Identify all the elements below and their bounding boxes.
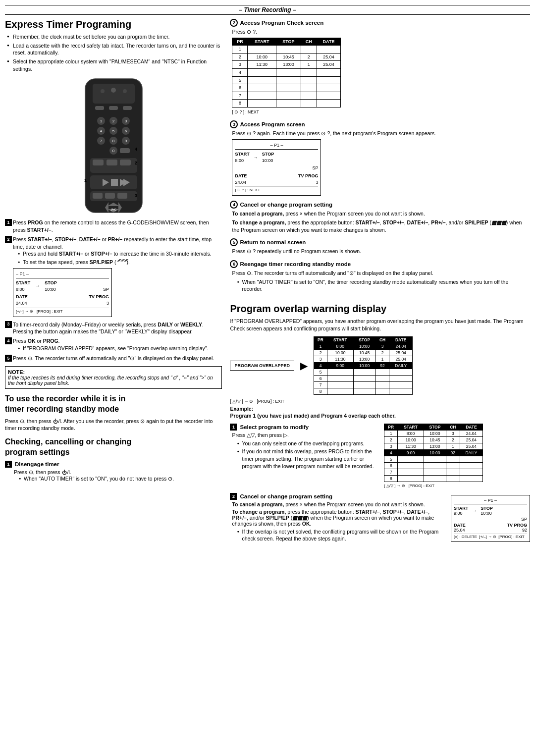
svg-rect-44: [117, 193, 127, 199]
svg-rect-6: [109, 106, 118, 110]
p1-overlap-footer: [×] : DELETE [+/–] → ⊙ [PROG] : EXIT: [454, 534, 527, 539]
svg-text:4: 4: [135, 147, 137, 152]
overlap-step-1-label: Select program to modify: [240, 424, 309, 430]
remote-container: 1 2 3 4 5 6 7 8 9: [5, 76, 222, 215]
step-1: 1 Press PROG on the remote control to ac…: [5, 219, 222, 233]
svg-rect-32: [107, 160, 117, 165]
right-step-6-num: 6: [230, 260, 238, 268]
checking-section: Checking, cancelling or changingprogram …: [5, 437, 222, 482]
p1-overlap-step2: – P1 – START 9:00 → STOP 10:00: [451, 495, 530, 542]
svg-rect-5: [95, 106, 104, 110]
right-step-5-header: 5 Return to normal screen: [230, 238, 530, 246]
overlap-display-row: PROGRAM OVERLAPPED ▶ PRSTARTSTOPCHDATE 1…: [230, 336, 530, 395]
right-column: 2 Access Program Check screen Press ⊙ ?.…: [230, 19, 530, 544]
step-3-content: To timer-record daily (Monday–Friday) or…: [13, 321, 222, 335]
step-4: 4 Press OK or PROG. If "PROGRAM OVERLAPP…: [5, 337, 222, 353]
svg-rect-42: [93, 193, 103, 199]
step-5-content: Press ⊙. The recorder turns off automati…: [13, 355, 222, 362]
check-step-1-label: Disengage timer: [15, 461, 59, 467]
express-steps: 1 Press PROG on the remote control to ac…: [5, 219, 222, 362]
p1-step3-footer: [ ⊙ ? ] : NEXT: [235, 186, 318, 193]
step-2-num: 2: [5, 236, 12, 243]
checking-title: Checking, cancelling or changingprogram …: [5, 437, 222, 458]
svg-text:1: 1: [84, 178, 87, 183]
right-step-2-num: 2: [230, 19, 238, 27]
example-label: Example:: [230, 406, 530, 412]
header-label: – Timer Recording –: [239, 6, 296, 13]
right-step-3-body: Press ⊙ ? again. Each time you press ⊙ ?…: [230, 130, 530, 196]
right-step-5: 5 Return to normal screen Press ⊙ ? repe…: [230, 238, 530, 255]
bullet-2: Load a cassette with the record safety t…: [7, 42, 222, 56]
right-step-4-body: To cancel a program, press × when the Pr…: [230, 210, 530, 233]
overlap-step-1-body: Press △▽, then press ▷. You can only sel…: [230, 432, 376, 470]
step-2-content: Press START+/–, STOP+/–, DATE+/– or PR+/…: [13, 236, 222, 319]
overlap-step-1-table-area: PRSTARTSTOPCHDATE 18:0010:00324.04 210:0…: [384, 424, 530, 488]
check-step-1-header: 1 Disengage timer: [5, 461, 222, 468]
standby-body: Press ⊙, then press ⏻/l. After you use t…: [5, 418, 222, 432]
bullet-1: Remember, the clock must be set before y…: [7, 33, 222, 41]
svg-rect-31: [93, 160, 104, 165]
step-5-num: 5: [5, 355, 12, 362]
right-step-3-label: Access Program screen: [240, 121, 305, 127]
step-1-content: Press PROG on the remote control to acce…: [13, 219, 222, 233]
standby-section: To use the recorder while it is intimer …: [5, 394, 222, 432]
right-step-4-header: 4 Cancel or change program setting: [230, 201, 530, 209]
right-step-3-header: 3 Access Program screen: [230, 120, 530, 128]
overlap-step-2-header: 2 Cancel or change program setting: [230, 493, 443, 500]
svg-point-4: [123, 89, 127, 93]
overlap-step-2-row: 2 Cancel or change program setting To ca…: [230, 493, 530, 544]
right-step-2-label: Access Program Check screen: [240, 20, 323, 26]
right-step-4: 4 Cancel or change program setting To ca…: [230, 201, 530, 233]
svg-text:8: 8: [112, 139, 115, 143]
svg-point-2: [101, 89, 105, 93]
step-2-bullet-2: To set the tape speed, press SP/LP/EP (𝄓…: [18, 259, 222, 266]
right-step-4-label: Cancel or change program setting: [240, 202, 332, 208]
overlap-title: Program overlap warning display: [230, 303, 530, 315]
svg-text:6: 6: [125, 129, 127, 133]
arrow-icon: ▶: [300, 360, 308, 372]
svg-text:7: 7: [100, 139, 103, 143]
express-timer-title: Express Timer Programing: [5, 19, 222, 30]
right-step-3-num: 3: [230, 120, 238, 128]
page-container: – Timer Recording – Express Timer Progra…: [5, 5, 530, 544]
overlap-step-1-header: 1 Select program to modify: [230, 424, 376, 431]
svg-rect-43: [105, 193, 115, 199]
right-step-2-body: Press ⊙ ?. PRSTARTSTOPCHDATE 1 210:0010:…: [230, 28, 530, 115]
svg-text:3: 3: [135, 193, 137, 198]
overlap-step-2-p1: – P1 – START 9:00 → STOP 10:00: [451, 493, 530, 544]
overlap-step-2-label: Cancel or change program setting: [240, 493, 332, 499]
svg-text:1: 1: [100, 119, 103, 123]
svg-rect-37: [111, 179, 118, 186]
standby-title: To use the recorder while it is intimer …: [5, 394, 222, 415]
step-4-bullet-1: If "PROGRAM OVERLAPPED" appears, see "Pr…: [18, 345, 222, 352]
right-step-5-num: 5: [230, 238, 238, 246]
express-timer-bullets: Remember, the clock must be set before y…: [5, 33, 222, 72]
overlap-steps-two-col: 1 Select program to modify Press △▽, the…: [230, 424, 530, 488]
right-step-5-label: Return to normal screen: [240, 239, 306, 245]
overlap-s1-b2: If you do not mind this overlap, press P…: [237, 448, 376, 470]
bullet-3: Select the appropriate colour system wit…: [7, 58, 222, 72]
right-step-4-num: 4: [230, 201, 238, 209]
overlap-step1-table: PRSTARTSTOPCHDATE 18:0010:00324.04 210:0…: [384, 424, 483, 482]
left-column: Express Timer Programing Remember, the c…: [5, 19, 222, 544]
svg-text:2: 2: [135, 161, 137, 165]
svg-text:2: 2: [112, 119, 115, 123]
right-step-6-label: Reengage timer recording standby mode: [240, 261, 351, 267]
check-step-1-num: 1: [5, 461, 12, 468]
step-2-bullet-1: Press and hold START+/– or STOP+/– to in…: [18, 250, 222, 258]
step-3-num: 3: [5, 321, 12, 328]
p1-footer: [+/–] → ⊙ [PROG] : EXIT: [16, 308, 109, 314]
p1-display-step2: – P1 – START 8:00 → STOP 10:00: [13, 268, 112, 317]
right-step-3: 3 Access Program screen Press ⊙ ? again.…: [230, 120, 530, 196]
svg-rect-7: [123, 106, 132, 110]
step-4-num: 4: [5, 337, 12, 344]
overlap-step-2-num: 2: [230, 493, 237, 500]
check-step-1-body: Press ⊙, then press ⏻/l. When "AUTO TIME…: [5, 469, 222, 483]
overlap-intro: If "PROGRAM OVERLAPPED" appears, you hav…: [230, 318, 530, 332]
overlap-table: PRSTARTSTOPCHDATE 18:0010:00324.04 210:0…: [314, 336, 413, 395]
overlap-section: Program overlap warning display If "PROG…: [230, 303, 530, 543]
right-step-6: 6 Reengage timer recording standby mode …: [230, 260, 530, 293]
svg-text:9: 9: [125, 139, 127, 143]
step-4-content: Press OK or PROG. If "PROGRAM OVERLAPPED…: [13, 337, 222, 353]
main-two-col: Express Timer Programing Remember, the c…: [5, 19, 530, 544]
